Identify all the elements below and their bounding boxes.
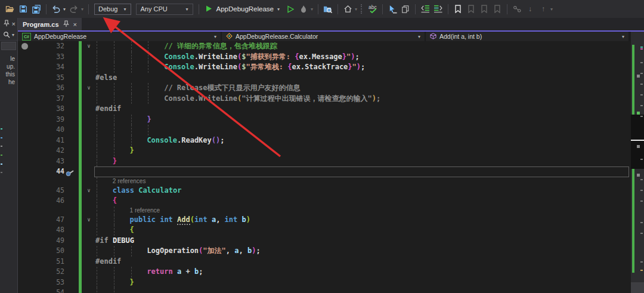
codelens-row[interactable]: 1 reference <box>18 206 631 215</box>
code-line[interactable]: 46{ <box>18 196 631 206</box>
line-number[interactable]: 52 <box>33 267 64 277</box>
code-line[interactable]: 53} <box>18 277 631 288</box>
code-line[interactable]: 36∨// Release模式下只显示用户友好的信息 <box>18 83 631 94</box>
codelens-row[interactable]: 2 references <box>18 177 631 186</box>
code-line[interactable]: 51#endif <box>18 257 631 267</box>
close-icon[interactable]: × <box>12 21 16 27</box>
code-line[interactable]: 43} <box>18 156 631 167</box>
code-line[interactable]: 49#if DEBUG <box>18 236 631 246</box>
line-number[interactable]: 38 <box>33 104 64 115</box>
codelens-references[interactable]: 1 reference <box>130 206 160 215</box>
truncated-text-line: he <box>0 78 17 86</box>
line-number[interactable]: 39 <box>33 115 64 125</box>
spell-check-icon[interactable]: abc <box>367 2 379 16</box>
pin-icon[interactable] <box>4 18 10 29</box>
codelens-references[interactable]: 2 references <box>113 177 146 186</box>
navigate-down-icon[interactable]: ↓ <box>524 2 536 16</box>
code-line[interactable]: 38#endif <box>18 104 631 115</box>
hot-reload-icon[interactable] <box>298 2 309 16</box>
tab-program-cs[interactable]: Program.cs × <box>18 18 82 30</box>
type-dropdown[interactable]: AppDebugRelease.Calculator ▾ <box>222 32 426 41</box>
code-line[interactable]: 37Console.WriteLine("计算过程中出现错误，请检查您的输入")… <box>18 94 631 104</box>
line-number[interactable]: 32 <box>33 41 64 52</box>
line-number[interactable]: 51 <box>33 257 64 267</box>
code-text: #endif <box>95 257 121 267</box>
line-number[interactable]: 42 <box>33 146 64 156</box>
code-line[interactable]: 35#else <box>18 73 631 84</box>
code-line[interactable]: 44 <box>18 166 631 177</box>
code-line[interactable]: 50LogOperation("加法", a, b); <box>18 246 631 257</box>
project-dropdown[interactable]: C# AppDebugRelease ▾ <box>18 32 222 41</box>
code-editor[interactable]: 32∨// 详细的异常信息，包含堆栈跟踪33Console.WriteLine(… <box>18 41 631 293</box>
line-number[interactable]: 37 <box>33 94 64 104</box>
previous-bookmark-icon[interactable] <box>465 2 477 16</box>
line-number[interactable]: 36 <box>33 83 64 94</box>
next-bookmark-icon[interactable] <box>478 2 490 16</box>
go-to-line-icon[interactable] <box>386 2 398 16</box>
fold-collapse-icon[interactable]: ∨ <box>84 215 94 226</box>
line-number[interactable]: 47 <box>33 215 64 226</box>
code-line[interactable]: 32∨// 详细的异常信息，包含堆栈跟踪 <box>18 41 631 52</box>
navigate-up-icon[interactable]: ↑ <box>537 2 549 16</box>
line-number[interactable]: 33 <box>33 52 64 63</box>
hot-reload-dropdown-icon[interactable]: ▾ <box>311 7 313 12</box>
code-line[interactable]: 33Console.WriteLine($"捕获到异常: {ex.Message… <box>18 52 631 63</box>
start-debugging-button[interactable]: AppDebugRelease ▾ <box>203 2 283 16</box>
pin-tab-icon[interactable] <box>63 20 69 29</box>
scrollbar-thumb[interactable] <box>631 115 644 169</box>
vertical-scrollbar[interactable] <box>631 32 644 293</box>
save-icon[interactable] <box>17 2 29 16</box>
search-input[interactable] <box>1 42 16 50</box>
undo-dropdown-icon[interactable]: ▾ <box>63 7 66 12</box>
view-call-hierarchy-icon[interactable] <box>511 2 523 16</box>
line-number[interactable]: 44 <box>33 166 64 177</box>
increase-indent-icon[interactable] <box>432 2 444 16</box>
code-line[interactable]: 52return a + b; <box>18 267 631 277</box>
code-line[interactable]: 40 <box>18 125 631 135</box>
duplicate-lines-icon[interactable] <box>400 2 411 16</box>
line-number[interactable]: 40 <box>33 125 64 135</box>
open-file-icon[interactable] <box>4 2 16 16</box>
sync-namespaces-icon[interactable] <box>342 2 354 16</box>
member-dropdown[interactable]: Add(int a, int b) ▾ <box>426 32 630 41</box>
tool-window-search[interactable]: ▾ <box>0 30 17 41</box>
line-number[interactable]: 43 <box>33 156 64 167</box>
fold-collapse-icon[interactable]: ∨ <box>84 83 94 94</box>
line-number[interactable]: 50 <box>33 246 64 257</box>
fold-collapse-icon[interactable]: ∨ <box>84 186 94 196</box>
code-line[interactable]: 42} <box>18 146 631 156</box>
fold-collapse-icon[interactable]: ∨ <box>84 41 94 52</box>
redo-dropdown-icon[interactable]: ▾ <box>81 7 83 12</box>
line-number[interactable]: 35 <box>33 73 64 84</box>
change-tracking-bar <box>79 73 82 84</box>
start-without-debugging-icon[interactable] <box>284 2 296 16</box>
code-line[interactable]: 47∨public int Add(int a, int b) <box>18 215 631 226</box>
line-number[interactable]: 48 <box>33 225 64 236</box>
line-number[interactable]: 46 <box>33 196 64 206</box>
code-line[interactable]: 54 <box>18 288 631 293</box>
solution-configuration-combo[interactable]: Debug ▾ <box>94 4 131 15</box>
chevron-down-icon[interactable]: ▾ <box>355 7 357 12</box>
close-tab-icon[interactable]: × <box>73 21 77 27</box>
solution-platform-combo[interactable]: Any CPU ▾ <box>136 4 193 15</box>
gutter-circle-indicator[interactable] <box>21 43 28 50</box>
line-number[interactable]: 41 <box>33 135 64 146</box>
code-line[interactable]: 48{ <box>18 225 631 236</box>
line-number[interactable]: 45 <box>33 186 64 196</box>
line-number[interactable]: 49 <box>33 236 64 246</box>
undo-icon[interactable] <box>50 2 62 16</box>
line-number[interactable]: 54 <box>33 288 64 293</box>
clear-bookmarks-icon[interactable] <box>491 2 503 16</box>
toggle-bookmark-icon[interactable] <box>452 2 464 16</box>
code-line[interactable]: 45∨class Calculator <box>18 186 631 196</box>
save-all-icon[interactable] <box>30 2 42 16</box>
line-number[interactable]: 34 <box>33 62 64 73</box>
decrease-indent-icon[interactable] <box>419 2 431 16</box>
code-line[interactable]: 39} <box>18 115 631 125</box>
code-line[interactable]: 34Console.WriteLine($"异常堆栈: {ex.StackTra… <box>18 62 631 73</box>
find-in-files-icon[interactable] <box>322 2 334 16</box>
code-line[interactable]: 41Console.ReadKey(); <box>18 135 631 146</box>
toolbar-overflow-icon[interactable]: ▾ <box>550 7 553 12</box>
line-number[interactable]: 53 <box>33 277 64 288</box>
redo-icon[interactable] <box>68 2 80 16</box>
